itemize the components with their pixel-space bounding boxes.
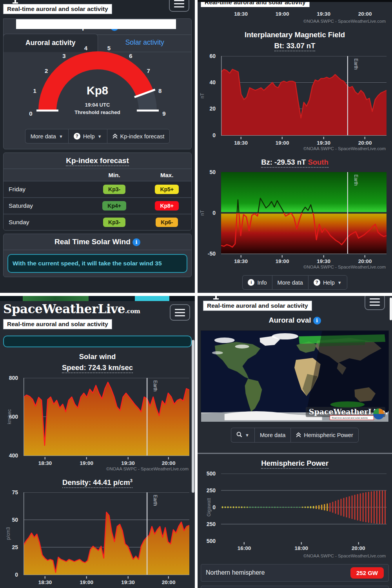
hemispheric-power-title: Hemispheric Power [200,458,390,469]
earth-marker-label: Earth [353,58,359,70]
speed-title-text: Solar wind [79,352,116,361]
info-button[interactable]: i Info [242,275,272,290]
y-tick-label: 25 [12,544,18,550]
forecast-row-saturday: Saturday Kp4+ Kp8+ [4,197,191,214]
cut-content-strip [0,296,195,301]
caret-down-icon: ▼ [245,433,249,437]
site-tagline-badge: Real-time auroral and solar activity [201,2,310,7]
double-chevron-up-icon [113,134,118,139]
kp-forecast-card: Kp-index forecast Min. Max. Friday Kp3- … [3,152,192,230]
site-tagline-badge: Real-time auroral and solar activity [203,301,312,311]
x-tick-label: 19:30 [317,11,330,17]
x-tick-label: 20:00 [358,11,372,17]
density-title: Density: 44.41 p/cm3 [2,477,192,488]
northern-hemisphere-row: Northern hemisphere 252 GW [201,564,389,582]
earth-marker-label: Earth [353,174,359,186]
hemispheric-power-button[interactable]: Hemispheric Power [290,428,359,443]
forecast-max-badge: Kp5+ [155,185,179,194]
x-tick-label: 20:00 [358,137,372,146]
bz-chart: 500-50 nT Earth 18:3019:0019:3020:00 ©NO… [198,172,387,271]
y-tick-label: 400 [9,452,18,459]
info-box-cut [3,336,192,347]
y-tick-label: 50 [12,517,18,523]
caret-down-icon: ▼ [98,134,102,139]
forecast-min-badge: Kp4+ [102,201,126,211]
y-tick-label: 75 [12,489,18,495]
x-tick-label: 18:30 [38,457,52,466]
gauge-scale-label: 3 [62,52,65,59]
screenshot-imf: Real-time auroral and solar activity 18:… [198,0,392,293]
scrollbar-thumb[interactable] [390,298,392,320]
density-value: Density: 44.41 p/cm [62,478,130,486]
y-tick-label: 0 [212,210,216,216]
bt-value: Bt: 33.07 nT [274,42,316,51]
more-data-button[interactable]: More data [272,275,308,290]
site-tagline-badge: Real-time auroral and solar activity [3,319,112,329]
southern-hemisphere-row: Southern hemisphere 251 GW [201,586,389,588]
y-tick-label: 500 [207,538,216,544]
auroral-oval-map[interactable]: SpaceWeatherLive.com Real-time auroral a… [201,330,389,422]
density-sup: 3 [130,478,132,483]
gauge-scale-label: 7 [147,67,150,74]
menu-button[interactable] [170,304,190,321]
y-tick-label: -50 [208,250,216,257]
imf-buttons: i Info More data ? Help ▼ [198,271,392,293]
hemispheric-power-chart: 5002500250500 Gigawatt 16:0018:0020:00 ©… [198,474,387,560]
kp-index-card: Kp-index i 0123456789 Kp8 19:04 UTC Thre… [3,18,192,149]
forecast-min-badge: Kp3- [103,185,125,194]
attribution: ©NOAA SWPC - SpaceWeatherLive.com [221,146,387,153]
x-tick-label: 19:00 [80,457,93,466]
logo-fragment [213,296,219,299]
site-tagline-badge: Real-time auroral and solar activity [3,4,112,14]
info-icon[interactable]: i [313,317,321,325]
kp-forecast-header: Kp-index forecast [4,153,191,169]
bz-direction: South [308,158,328,166]
logo-text: SpaceWeatherLive [3,302,125,316]
more-data-label: More data [31,133,56,140]
hemispheric-power-title-text: Hemispheric Power [261,459,328,469]
more-data-button[interactable]: More data [254,428,290,443]
gauge-scale-label: 6 [129,52,132,59]
screenshot-auroral-oval: Real-time auroral and solar activity Aur… [198,296,392,588]
y-tick-label: 0 [15,572,18,578]
site-logo[interactable]: SpaceWeatherLive.com [3,302,140,316]
x-tick-label: 18:30 [234,11,248,17]
x-tick-label: 19:00 [276,11,289,17]
more-data-button[interactable]: More data ▼ [25,129,68,143]
kp-forecast-button[interactable]: Kp-index forecast [107,129,170,143]
x-tick-label: 20:00 [162,576,176,585]
kp-forecast-label: Kp-index forecast [120,133,165,140]
help-button[interactable]: ? Help ▼ [308,275,347,290]
gauge-scale-label: 2 [45,67,48,74]
northern-hemisphere-label: Northern hemisphere [206,569,265,576]
help-label: Help [323,279,335,286]
menu-button[interactable] [169,0,189,12]
gauge-scale-label: 5 [107,44,111,51]
forecast-min-badge: Kp3- [103,218,125,227]
caret-down-icon: ▼ [59,134,63,139]
site-header: SpaceWeatherLive.com Real-time auroral a… [0,301,195,333]
screenshot-solar-wind: SpaceWeatherLive.com Real-time auroral a… [0,296,195,588]
auroral-oval-title-text: Auroral oval [269,316,311,324]
x-tick-label: 19:00 [276,137,289,146]
density-y-unit: p/cm3 [5,527,11,540]
x-tick-label: 20:00 [162,457,176,466]
earth-marker-label: Earth [152,495,159,506]
forecast-row-friday: Friday Kp3- Kp5+ [4,181,191,197]
hemi-y-unit: Gigawatt [206,498,212,516]
zoom-button[interactable]: ▼ [231,428,254,443]
menu-button[interactable] [365,296,385,310]
help-button[interactable]: ? Help ▼ [68,129,107,143]
speed-chart: 800600400 km/sec Earth 18:3019:0019:3020… [1,378,189,473]
info-icon[interactable]: i [132,238,140,246]
more-data-label: More data [260,432,285,438]
scrollbar[interactable] [192,340,194,493]
bt-y-unit: nT [200,93,205,98]
forecast-header-row: Min. Max. [4,169,191,181]
site-tagline-badge-cut: Real-time auroral and solar activity [198,2,392,7]
rtsw-title: Real Time Solar Wind [54,238,131,246]
earth-marker-label: Earth [152,380,159,392]
forecast-row-sunday: Sunday Kp3- Kp6- [4,214,191,230]
forecast-day: Sunday [4,219,86,226]
banner-placeholder [16,19,176,29]
